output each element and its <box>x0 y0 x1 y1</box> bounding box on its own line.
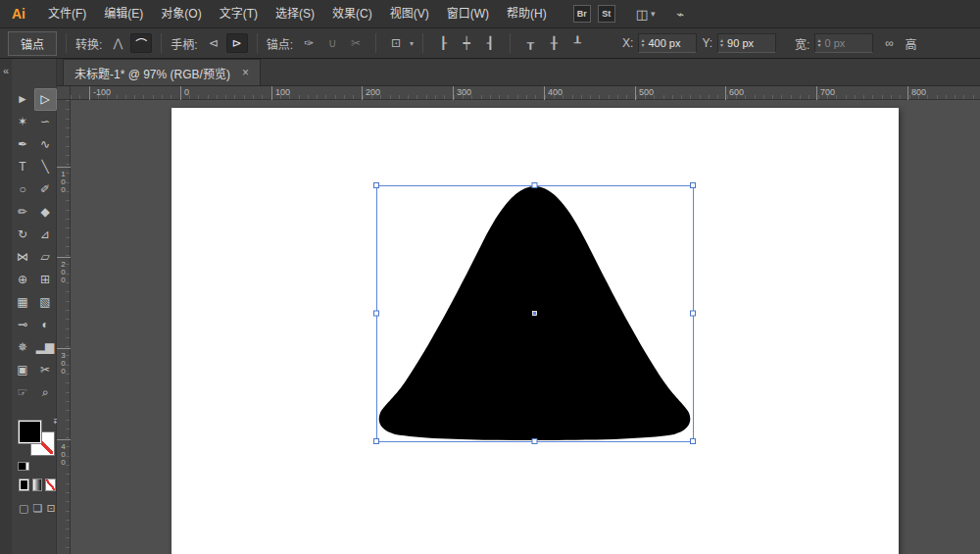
color-button[interactable] <box>19 478 29 491</box>
direct-selection-tool[interactable]: ▷ <box>34 88 57 111</box>
menu-object[interactable]: 对象(O) <box>152 0 210 27</box>
align-vertical-center-icon[interactable]: ╂ <box>543 33 564 53</box>
hruler-label: -100 <box>89 86 111 100</box>
default-fill-stroke-icon[interactable] <box>18 462 29 471</box>
y-field[interactable]: ▴ ▾ 90 px <box>717 33 776 53</box>
line-segment-tool[interactable]: ╲ <box>34 156 57 178</box>
tab-close-icon[interactable]: × <box>242 66 249 79</box>
horizontal-ruler[interactable]: -1000100200300400500600700800 <box>71 86 980 100</box>
separator <box>161 33 162 53</box>
pencil-tool[interactable]: ✏ <box>12 201 34 224</box>
handles-label: 手柄: <box>171 35 197 52</box>
menu-view[interactable]: 视图(V) <box>381 0 438 27</box>
align-left-icon[interactable]: ┠ <box>432 33 454 53</box>
separator <box>510 33 511 53</box>
link-icon[interactable]: ∞ <box>878 33 900 53</box>
separator <box>66 33 67 53</box>
eraser-tool[interactable]: ◆ <box>34 201 57 224</box>
ellipse-tool[interactable]: ○ <box>12 178 34 201</box>
spinner-down-icon[interactable]: ▾ <box>817 43 820 48</box>
share-icon[interactable]: ⌁ <box>676 7 684 22</box>
hide-handles-icon[interactable]: ⊳ <box>226 33 248 53</box>
shape-builder-tool[interactable]: ⊕ <box>12 269 34 291</box>
hruler-label: 0 <box>180 86 189 100</box>
spinner-down-icon[interactable]: ▾ <box>641 43 644 48</box>
document-tab[interactable]: 未标题-1* @ 97% (RGB/预览) × <box>63 59 261 85</box>
menu-help[interactable]: 帮助(H) <box>498 0 556 27</box>
gradient-button[interactable] <box>32 478 43 491</box>
menu-select[interactable]: 选择(S) <box>267 0 323 27</box>
draw-normal-icon[interactable]: ▢ <box>19 501 28 515</box>
menu-effect[interactable]: 效果(C) <box>323 0 381 27</box>
scale-tool[interactable]: ⊿ <box>34 224 57 246</box>
convert-icon-group: ⋀⌒ <box>107 33 152 53</box>
convert-anchor-corner-icon[interactable]: ⋀ <box>107 33 128 53</box>
curvature-tool[interactable]: ∿ <box>34 133 57 156</box>
width-input[interactable]: 0 px <box>824 37 845 49</box>
remove-anchor-icon[interactable]: ✑ <box>298 33 319 53</box>
align-bottom-icon[interactable]: ┸ <box>566 33 588 53</box>
appearance-buttons <box>19 478 56 491</box>
x-field[interactable]: ▴ ▾ 400 px <box>638 33 697 53</box>
spinner-down-icon[interactable]: ▾ <box>720 43 723 48</box>
selection-tool[interactable]: ► <box>12 88 34 111</box>
fill-color-swatch[interactable] <box>18 420 42 444</box>
x-input[interactable]: 400 px <box>648 37 680 49</box>
perspective-grid-tool[interactable]: ⊞ <box>34 269 57 291</box>
draw-behind-icon[interactable]: ❏ <box>32 501 42 515</box>
align-right-icon[interactable]: ┨ <box>479 33 501 53</box>
connect-endpoints-icon[interactable]: ∪ <box>321 33 343 53</box>
workspace-layout-icon[interactable]: ◫ <box>636 7 648 22</box>
artboard-tool[interactable]: ▣ <box>12 359 34 381</box>
blend-tool[interactable]: ◐ <box>34 314 57 336</box>
stock-badge[interactable]: St <box>598 5 615 23</box>
menu-edit[interactable]: 编辑(E) <box>95 0 152 27</box>
y-input[interactable]: 90 px <box>727 37 754 49</box>
cut-path-icon[interactable]: ✂ <box>345 33 367 53</box>
ruler-origin-box[interactable] <box>57 86 71 100</box>
align-horizontal-center-icon[interactable]: ┿ <box>456 33 477 53</box>
collapse-panel-button[interactable]: « <box>0 59 12 76</box>
menu-window[interactable]: 窗口(W) <box>438 0 498 27</box>
hruler-label: 600 <box>725 86 744 100</box>
toolbar-panel: ►▷✶∽✒∿T╲○✐✏◆↻⊿⋈▱⊕⊞▦▧⊸◐✵▂▆▣✂☞⌕ ⇄ ▢❏⊡ <box>12 59 57 554</box>
gradient-tool[interactable]: ▧ <box>34 291 57 314</box>
slice-tool[interactable]: ✂ <box>34 359 57 381</box>
menu-badges: BrSt <box>573 5 622 23</box>
lasso-tool[interactable]: ∽ <box>34 111 57 133</box>
vertical-ruler[interactable]: 100200300400 <box>57 100 71 554</box>
pen-tool[interactable]: ✒ <box>12 133 34 156</box>
width-tool[interactable]: ⋈ <box>12 246 34 269</box>
column-graph-tool[interactable]: ▂▆ <box>34 336 57 359</box>
width-field[interactable]: ▴ ▾ 0 px <box>814 33 873 53</box>
eyedropper-tool[interactable]: ⊸ <box>12 314 34 336</box>
mesh-tool[interactable]: ▦ <box>12 291 34 314</box>
isolate-mode-icon[interactable]: ⊡ <box>385 33 407 53</box>
main-area: « ►▷✶∽✒∿T╲○✐✏◆↻⊿⋈▱⊕⊞▦▧⊸◐✵▂▆▣✂☞⌕ ⇄ ▢❏⊡ <box>0 59 980 554</box>
convert-anchor-smooth-icon[interactable]: ⌒ <box>130 33 152 53</box>
bridge-badge[interactable]: Br <box>573 5 591 23</box>
align-icon-group: ┰╂┸ <box>519 33 588 53</box>
panel-edge-strip: « <box>0 59 12 554</box>
rotate-tool[interactable]: ↻ <box>12 224 34 246</box>
draw-mode-buttons: ▢❏⊡ <box>19 501 56 515</box>
chevron-down-icon[interactable]: ▾ <box>651 9 656 19</box>
paintbrush-tool[interactable]: ✐ <box>34 178 57 201</box>
free-transform-tool[interactable]: ▱ <box>34 246 57 269</box>
magic-wand-tool[interactable]: ✶ <box>12 111 34 133</box>
zoom-tool[interactable]: ⌕ <box>34 381 57 404</box>
canvas[interactable]: -1000100200300400500600700800 1002003004… <box>57 86 980 554</box>
hruler-label: 100 <box>271 86 290 100</box>
menu-file[interactable]: 文件(F) <box>39 0 95 27</box>
chevron-down-icon[interactable]: ▾ <box>410 39 414 48</box>
symbol-sprayer-tool[interactable]: ✵ <box>12 336 34 359</box>
type-tool[interactable]: T <box>12 156 34 178</box>
workspace: 未标题-1* @ 97% (RGB/预览) × -100010020030040… <box>57 59 980 554</box>
anchor-mode-label: 锚点 <box>8 31 57 56</box>
hand-tool[interactable]: ☞ <box>12 381 34 404</box>
show-handles-icon[interactable]: ⊲ <box>203 33 224 53</box>
align-top-icon[interactable]: ┰ <box>519 33 541 53</box>
draw-inside-icon[interactable]: ⊡ <box>46 501 56 515</box>
none-button[interactable] <box>45 478 56 491</box>
menu-type[interactable]: 文字(T) <box>211 0 267 27</box>
